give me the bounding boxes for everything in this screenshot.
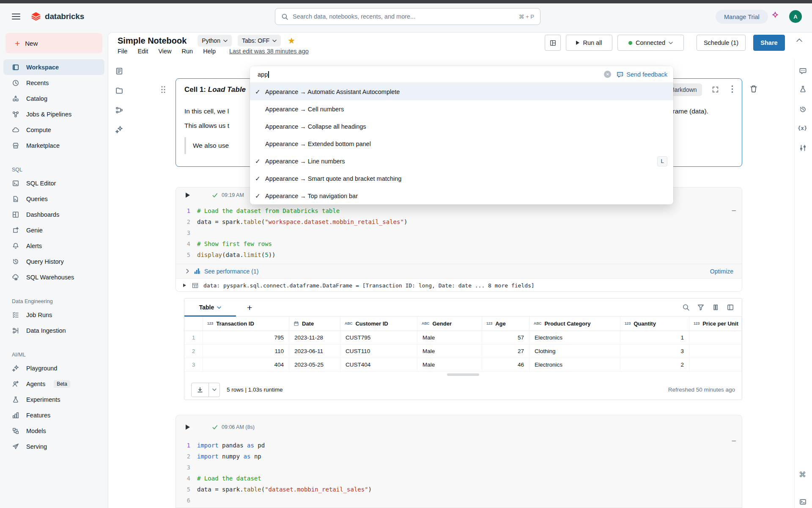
optimize-link[interactable]: Optimize [710,268,733,275]
palette-item[interactable]: ✓Appearance → Automatic Assistant Autoco… [250,83,673,100]
variables-icon[interactable]: {x} [798,125,807,131]
menu-edit[interactable]: Edit [137,48,148,55]
terminal-icon[interactable] [799,498,807,506]
download-button[interactable] [192,383,208,397]
menu-help[interactable]: Help [203,48,216,55]
text-cursor [268,71,269,78]
sidebar-item-playground[interactable]: Playground [3,360,104,376]
manage-trial-button[interactable]: Manage Trial [716,10,768,24]
palette-item-label: Appearance → Automatic Assistant Autocom… [265,88,400,95]
sidebar-item-dashboards[interactable]: Dashboards [3,207,104,222]
see-performance-link[interactable]: See performance (1) [204,268,258,275]
send-feedback-link[interactable]: Send feedback [616,71,667,78]
drag-handle-icon[interactable] [161,86,166,94]
column-header-price-per-unit[interactable]: 123Price per Unit [689,317,742,331]
column-header-age[interactable]: 123Age [482,317,529,331]
run-all-button[interactable]: Run all [566,35,612,51]
run-cell-icon[interactable] [186,425,190,430]
palette-item[interactable]: Appearance → Collapse all headings [250,118,673,135]
palette-item[interactable]: ✓Appearance → Top navigation bar [250,187,673,204]
new-button[interactable]: + New [5,33,102,53]
hamburger-menu-icon[interactable] [12,14,20,19]
command-palette-input[interactable]: app ✕ Send feedback [250,66,673,83]
sidebar-item-jobs-pipelines[interactable]: Jobs & Pipelines [3,106,104,122]
sidebar-item-agents[interactable]: AgentsBeta [3,376,104,392]
column-header-customer-id[interactable]: ABCCustomer ID [340,317,417,331]
layout-icon[interactable] [727,304,734,311]
code-cell-2[interactable]: 09:06 AM (8s) – 1import pandas as pd2imp… [176,415,742,508]
sidebar-item-serving[interactable]: Serving [3,439,104,454]
sidebar-item-query-history[interactable]: Query History [3,254,104,269]
environment-icon[interactable] [799,144,807,152]
filter-icon[interactable] [697,304,705,311]
palette-item[interactable]: ✓Appearance → Smart quote and bracket ma… [250,170,673,187]
sidebar-item-sql-editor[interactable]: SQL Editor [3,175,104,191]
code-editor[interactable]: 1import pandas as pd2import numpy as np3… [176,440,742,508]
menu-run[interactable]: Run [182,48,193,55]
palette-item[interactable]: Appearance → Cell numbers [250,100,673,118]
sidebar-item-alerts[interactable]: Alerts [3,238,104,254]
comments-icon[interactable] [799,67,807,75]
collapse-cell-dash[interactable]: – [732,206,736,215]
sidebar-item-sql-warehouses[interactable]: SQL Warehouses [3,269,104,285]
command-palette-icon[interactable]: ⌘ [799,470,806,479]
sidebar-item-features[interactable]: Features [3,407,104,423]
assistant-sparkle-icon[interactable] [771,11,780,20]
column-header-gender[interactable]: ABCGender [417,317,482,331]
experiments-icon[interactable] [799,85,807,93]
expand-cell-icon[interactable] [712,86,719,93]
layout-grid-button[interactable] [545,35,561,51]
sidebar-item-job-runs[interactable]: Job Runs [3,307,104,323]
column-header-product-category[interactable]: ABCProduct Category [529,317,620,331]
sidebar-item-catalog[interactable]: Catalog [3,91,104,106]
collapse-header-chevron[interactable] [796,38,803,42]
menu-file[interactable]: File [118,48,127,55]
version-history-icon[interactable] [799,105,807,113]
horizontal-scrollbar[interactable] [447,373,479,376]
sidebar-item-experiments[interactable]: Experiments [3,392,104,407]
sidebar-item-genie[interactable]: Genie [3,222,104,238]
collapse-cell-dash[interactable]: – [732,436,736,445]
column-header-transaction-id[interactable]: 123Transaction ID [203,317,289,331]
schedule-button[interactable]: Schedule (1) [697,35,746,51]
share-button[interactable]: Share [753,35,785,51]
sidebar-item-compute[interactable]: Compute [3,122,104,138]
sidebar-item-recents[interactable]: Recents [3,75,104,91]
clear-input-icon[interactable]: ✕ [604,71,611,78]
language-selector[interactable]: Python [198,35,232,47]
expand-output-icon[interactable] [183,284,186,287]
menu-view[interactable]: View [158,48,171,55]
table-of-contents-icon[interactable] [115,67,123,75]
delete-cell-trash-icon[interactable] [749,85,758,93]
download-options-caret[interactable] [208,383,219,397]
palette-item[interactable]: Appearance → Extended bottom panel [250,135,673,152]
chevron-right-icon[interactable] [185,269,190,273]
last-edit-link[interactable]: Last edit was 38 minutes ago [229,48,309,55]
search-icon[interactable] [682,304,690,311]
tabs-toggle[interactable]: Tabs: OFF [238,35,281,47]
favorite-star-icon[interactable]: ★ [288,36,295,45]
user-avatar[interactable]: A [789,10,802,23]
cell-menu-kebab-icon[interactable] [731,85,733,93]
palette-item[interactable]: ✓Appearance → Line numbersL [250,152,673,170]
column-header-quantity[interactable]: 123Quantity [620,317,689,331]
table-cell: Male [417,345,482,358]
table-tab[interactable]: Table [184,304,236,311]
run-cell-icon[interactable] [186,193,190,198]
assistant-icon[interactable] [115,125,123,134]
profile-icon[interactable] [712,304,719,311]
databricks-logo[interactable]: databricks [30,11,84,22]
column-header-date[interactable]: Date [289,317,340,331]
sidebar-item-data-ingestion[interactable]: Data Ingestion [3,323,104,338]
sidebar-item-marketplace[interactable]: Marketplace [3,138,104,153]
sidebar-item-queries[interactable]: Queries [3,191,104,207]
add-visualization-button[interactable]: + [247,303,252,312]
sidebar-item-workspace[interactable]: Workspace [3,59,104,75]
cluster-connect-dropdown[interactable]: Connected [617,35,684,51]
sidebar-item-models[interactable]: Models [3,423,104,439]
download-split-button [191,383,220,397]
code-editor[interactable]: 1# Load the dataset from Databricks tabl… [176,205,742,264]
global-search-input[interactable]: Search data, notebooks, recents, and mor… [275,8,540,25]
folder-icon[interactable] [115,86,123,95]
lineage-icon[interactable] [115,106,123,114]
